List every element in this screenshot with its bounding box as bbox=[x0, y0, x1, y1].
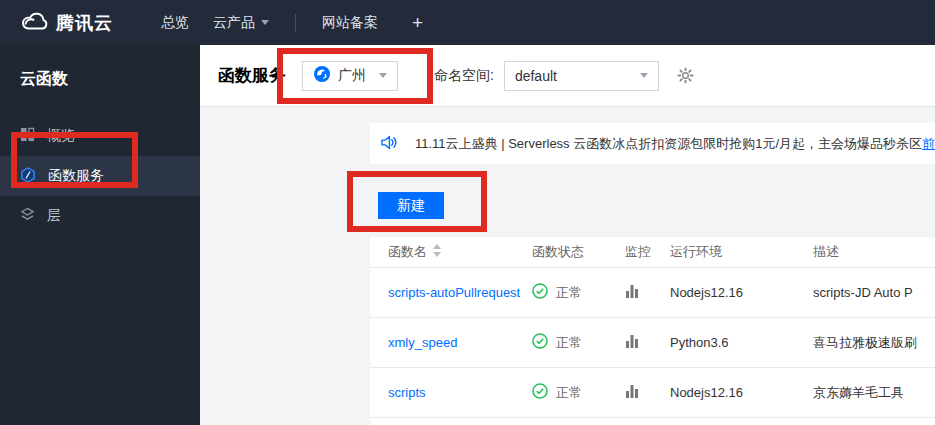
function-table: 函数名 函数状态 监控 运行环境 描述 scripts-au bbox=[370, 237, 935, 425]
namespace-selector[interactable]: default bbox=[504, 61, 659, 91]
sidebar: 云函数 概览 bbox=[0, 45, 200, 425]
sidebar-item-layers[interactable]: 层 bbox=[0, 196, 200, 236]
sidebar-item-label: 层 bbox=[47, 207, 61, 225]
function-name-link[interactable]: scripts bbox=[388, 385, 532, 400]
brand-logo[interactable]: 腾讯云 bbox=[18, 11, 113, 35]
nav-divider bbox=[295, 14, 296, 32]
column-header-desc: 描述 bbox=[813, 243, 935, 261]
nav-item-icp[interactable]: 网站备案 bbox=[310, 14, 390, 32]
promo-banner: 11.11云上盛典 | Serverless 云函数冰点折扣资源包限时抢购1元/… bbox=[370, 123, 935, 164]
cloud-logo-icon bbox=[18, 11, 48, 35]
chevron-down-icon bbox=[640, 73, 648, 78]
table-header-row: 函数名 函数状态 监控 运行环境 描述 bbox=[370, 237, 935, 268]
chevron-down-icon bbox=[379, 73, 387, 78]
column-header-runtime: 运行环境 bbox=[670, 243, 813, 261]
table-row: xmly_speed 正常 bbox=[370, 318, 935, 368]
column-header-name[interactable]: 函数名 bbox=[388, 243, 532, 261]
sidebar-item-label: 函数服务 bbox=[48, 167, 104, 185]
runtime-value: Nodejs12.16 bbox=[670, 285, 813, 300]
nav-item-products[interactable]: 云产品 bbox=[201, 14, 281, 32]
main-area: 函数服务 广州 命名空间: default bbox=[200, 45, 935, 425]
monitor-chart-icon[interactable] bbox=[625, 284, 670, 301]
gear-icon[interactable] bbox=[677, 67, 694, 84]
sidebar-menu: 概览 函数服务 层 bbox=[0, 116, 200, 236]
description-value: scripts-JD Auto P bbox=[813, 285, 935, 300]
description-value: 京东薅羊毛工具 bbox=[813, 384, 935, 402]
column-header-monitor: 监控 bbox=[625, 243, 670, 261]
add-tab-button[interactable]: + bbox=[404, 12, 431, 34]
monitor-chart-icon[interactable] bbox=[625, 384, 670, 401]
sidebar-item-label: 概览 bbox=[47, 127, 75, 145]
sort-icon[interactable] bbox=[433, 244, 441, 260]
sidebar-title: 云函数 bbox=[0, 45, 200, 90]
create-button[interactable]: 新建 bbox=[378, 192, 444, 219]
check-circle-icon bbox=[532, 283, 548, 302]
speaker-icon bbox=[380, 135, 397, 153]
nav-item-overview[interactable]: 总览 bbox=[149, 14, 201, 32]
table-row: scripts 正常 bbox=[370, 368, 935, 418]
globe-icon bbox=[313, 65, 331, 86]
banner-text: 11.11云上盛典 | Serverless 云函数冰点折扣资源包限时抢购1元/… bbox=[415, 135, 935, 153]
check-circle-icon bbox=[532, 383, 548, 402]
layers-icon bbox=[20, 207, 35, 225]
nav-items: 总览 云产品 网站备案 + bbox=[149, 12, 431, 34]
column-header-status: 函数状态 bbox=[532, 243, 625, 261]
tencent-cloud-console: 腾讯云 总览 云产品 网站备案 + 云函数 概览 bbox=[0, 0, 935, 425]
function-name-link[interactable]: xmly_speed bbox=[388, 335, 532, 350]
status-badge: 正常 bbox=[532, 383, 625, 402]
region-value: 广州 bbox=[338, 67, 366, 85]
grid-icon bbox=[20, 127, 35, 145]
runtime-value: Nodejs12.16 bbox=[670, 385, 813, 400]
main-body: 11.11云上盛典 | Serverless 云函数冰点折扣资源包限时抢购1元/… bbox=[200, 107, 935, 425]
monitor-chart-icon[interactable] bbox=[625, 334, 670, 351]
page-title: 函数服务 bbox=[218, 64, 286, 87]
description-value: 喜马拉雅极速版刷 bbox=[813, 334, 935, 352]
function-name-link[interactable]: scripts-autoPullrequest bbox=[388, 285, 532, 300]
runtime-value: Python3.6 bbox=[670, 335, 813, 350]
scf-icon bbox=[20, 167, 36, 186]
brand-name: 腾讯云 bbox=[56, 11, 113, 35]
region-selector[interactable]: 广州 bbox=[302, 61, 398, 91]
sidebar-item-overview[interactable]: 概览 bbox=[0, 116, 200, 156]
sidebar-item-functions[interactable]: 函数服务 bbox=[0, 156, 200, 196]
namespace-value: default bbox=[515, 68, 557, 84]
chevron-down-icon bbox=[261, 20, 269, 25]
top-navbar: 腾讯云 总览 云产品 网站备案 + bbox=[0, 0, 935, 45]
banner-link[interactable]: 前往 bbox=[922, 136, 935, 151]
check-circle-icon bbox=[532, 333, 548, 352]
status-badge: 正常 bbox=[532, 333, 625, 352]
status-badge: 正常 bbox=[532, 283, 625, 302]
table-row: scripts-autoPullrequest 正常 bbox=[370, 268, 935, 318]
page-header: 函数服务 广州 命名空间: default bbox=[200, 45, 935, 107]
namespace-label: 命名空间: bbox=[434, 67, 494, 85]
